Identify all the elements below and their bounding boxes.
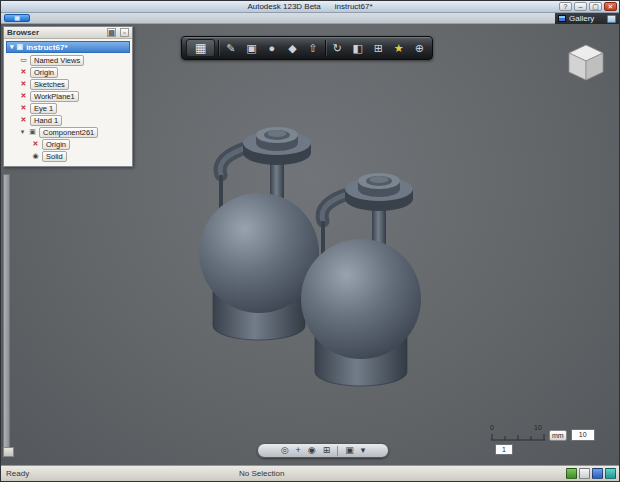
close-button[interactable]: ✕ bbox=[604, 2, 617, 11]
tree-item-hand1[interactable]: ✕ Hand 1 bbox=[5, 114, 131, 126]
visible-eye-icon[interactable]: ◉ bbox=[31, 152, 40, 160]
tree-item-label: Hand 1 bbox=[30, 115, 62, 126]
model-right-unit[interactable] bbox=[301, 173, 421, 386]
tray-icon-green[interactable] bbox=[566, 468, 577, 479]
navigation-bar: ◎ + ◉ ⊞ ▣ ▾ bbox=[257, 443, 389, 458]
named-views-icon: ▭ bbox=[19, 56, 28, 64]
model-3d[interactable] bbox=[151, 86, 491, 416]
tree-item-origin[interactable]: ✕ Origin bbox=[5, 66, 131, 78]
hidden-icon[interactable]: ✕ bbox=[19, 92, 28, 100]
look-at-icon[interactable]: ▣ bbox=[345, 444, 354, 457]
snap-icon[interactable]: ⊕ bbox=[411, 39, 428, 57]
help-button[interactable]: ? bbox=[559, 2, 572, 11]
model-tree: ▾ ▣ instruct67* ▭ Named Views ✕ Origin ✕… bbox=[4, 39, 132, 166]
tree-item-label: Origin bbox=[30, 67, 58, 78]
hidden-icon[interactable]: ✕ bbox=[19, 104, 28, 112]
tree-item-label: Origin bbox=[42, 139, 70, 150]
gallery-tab[interactable]: Gallery bbox=[555, 13, 619, 24]
material-icon[interactable]: ★ bbox=[390, 39, 407, 57]
browser-panel-header[interactable]: Browser ▤ ▫ bbox=[4, 27, 132, 39]
tray-icon-blue[interactable] bbox=[592, 468, 603, 479]
gallery-expand-button[interactable] bbox=[607, 15, 616, 23]
viewport-3d[interactable]: ▦ ✎ ▣ ● ◆ ⇧ ↻ ◧ ⊞ ★ ⊕ Browser ▤ ▫ ▾ bbox=[1, 24, 619, 465]
zoom-icon[interactable]: ◉ bbox=[308, 444, 316, 457]
fit-view-icon[interactable]: ⊞ bbox=[323, 444, 331, 457]
split-icon[interactable]: ◧ bbox=[349, 39, 366, 57]
expand-arrow-icon[interactable]: ▾ bbox=[10, 43, 14, 51]
hidden-icon[interactable]: ✕ bbox=[19, 116, 28, 124]
scale-widget: 0 10 mm 10 1 bbox=[491, 424, 613, 455]
tree-item-sketches[interactable]: ✕ Sketches bbox=[5, 78, 131, 90]
shapes-menu-button[interactable]: ▦ bbox=[186, 39, 215, 57]
app-title: Autodesk 123D Beta bbox=[247, 2, 320, 11]
tree-item-component-origin[interactable]: ✕ Origin bbox=[5, 138, 131, 150]
document-title: instruct67* bbox=[335, 2, 373, 11]
titlebar[interactable]: Autodesk 123D Beta instruct67* ? – ▢ ✕ bbox=[1, 1, 619, 13]
document-icon: ▣ bbox=[17, 43, 24, 51]
menubar: ▦ Gallery bbox=[1, 13, 619, 24]
tray-icon-teal[interactable] bbox=[605, 468, 616, 479]
status-tray bbox=[566, 468, 616, 479]
status-selection-text: No Selection bbox=[239, 469, 284, 478]
app-window: Autodesk 123D Beta instruct67* ? – ▢ ✕ ▦… bbox=[0, 0, 620, 482]
tree-item-label: Sketches bbox=[30, 79, 69, 90]
combine-icon[interactable]: ⊞ bbox=[370, 39, 387, 57]
maximize-button[interactable]: ▢ bbox=[589, 2, 602, 11]
tree-item-label: WorkPlane1 bbox=[30, 91, 79, 102]
panel-options-button[interactable]: ▤ bbox=[107, 28, 116, 37]
hidden-icon[interactable]: ✕ bbox=[19, 68, 28, 76]
panel-collapse-button[interactable]: ▫ bbox=[120, 28, 129, 37]
component-icon: ▣ bbox=[28, 128, 37, 136]
window-controls: ? – ▢ ✕ bbox=[559, 2, 617, 11]
primitive-sphere-icon[interactable]: ● bbox=[263, 39, 280, 57]
splitter-handle[interactable] bbox=[3, 447, 14, 457]
statusbar: Ready No Selection bbox=[1, 465, 619, 481]
minimize-button[interactable]: – bbox=[574, 2, 587, 11]
tree-item-eye1[interactable]: ✕ Eye 1 bbox=[5, 102, 131, 114]
tree-item-label: Named Views bbox=[30, 55, 84, 66]
navbar-separator bbox=[337, 446, 338, 456]
gallery-label: Gallery bbox=[569, 14, 594, 23]
tree-item-component261[interactable]: ▾ ▣ Component261 bbox=[5, 126, 131, 138]
browser-panel: Browser ▤ ▫ ▾ ▣ instruct67* ▭ Named View… bbox=[3, 26, 133, 167]
navbar-more-icon[interactable]: ▾ bbox=[361, 444, 366, 457]
orbit-icon[interactable]: ◎ bbox=[281, 444, 289, 457]
sketch-icon[interactable]: ✎ bbox=[222, 39, 239, 57]
tree-item-root[interactable]: ▾ ▣ instruct67* bbox=[6, 41, 130, 53]
minor-grid-input[interactable]: 1 bbox=[495, 444, 513, 455]
ruler-tick-min-label: 0 bbox=[490, 424, 494, 431]
primitive-box-icon[interactable]: ▣ bbox=[243, 39, 260, 57]
pan-icon[interactable]: + bbox=[296, 444, 301, 457]
tree-item-workplane1[interactable]: ✕ WorkPlane1 bbox=[5, 90, 131, 102]
viewcube[interactable] bbox=[563, 40, 609, 86]
ruler-ticks bbox=[491, 433, 545, 441]
model-left-unit[interactable] bbox=[199, 127, 319, 340]
main-toolbar: ▦ ✎ ▣ ● ◆ ⇧ ↻ ◧ ⊞ ★ ⊕ bbox=[181, 36, 433, 60]
ruler-tick-max-label: 10 bbox=[534, 424, 542, 431]
gallery-icon bbox=[558, 15, 566, 22]
toolbar-separator bbox=[218, 40, 219, 56]
primitive-cylinder-icon[interactable]: ◆ bbox=[284, 39, 301, 57]
unit-selector[interactable]: mm bbox=[549, 430, 567, 441]
browser-panel-title: Browser bbox=[7, 28, 39, 37]
app-menu-button[interactable]: ▦ bbox=[4, 14, 30, 22]
tray-icon-light[interactable] bbox=[579, 468, 590, 479]
tree-item-solid[interactable]: ◉ Solid bbox=[5, 150, 131, 162]
tree-item-label: Solid bbox=[42, 151, 67, 162]
tree-item-named-views[interactable]: ▭ Named Views bbox=[5, 54, 131, 66]
status-ready-text: Ready bbox=[6, 469, 29, 478]
hidden-icon[interactable]: ✕ bbox=[31, 140, 40, 148]
scale-ruler: 0 10 bbox=[491, 424, 545, 441]
toolbar-separator bbox=[325, 40, 326, 56]
hidden-icon[interactable]: ✕ bbox=[19, 80, 28, 88]
tree-item-label: Eye 1 bbox=[30, 103, 57, 114]
tree-root-label: instruct67* bbox=[26, 43, 67, 52]
revolve-icon[interactable]: ↻ bbox=[329, 39, 346, 57]
expand-arrow-icon[interactable]: ▾ bbox=[19, 128, 26, 136]
extrude-icon[interactable]: ⇧ bbox=[304, 39, 321, 57]
grid-size-input[interactable]: 10 bbox=[571, 429, 595, 441]
tree-item-label: Component261 bbox=[39, 127, 98, 138]
panel-splitter[interactable] bbox=[3, 174, 10, 457]
